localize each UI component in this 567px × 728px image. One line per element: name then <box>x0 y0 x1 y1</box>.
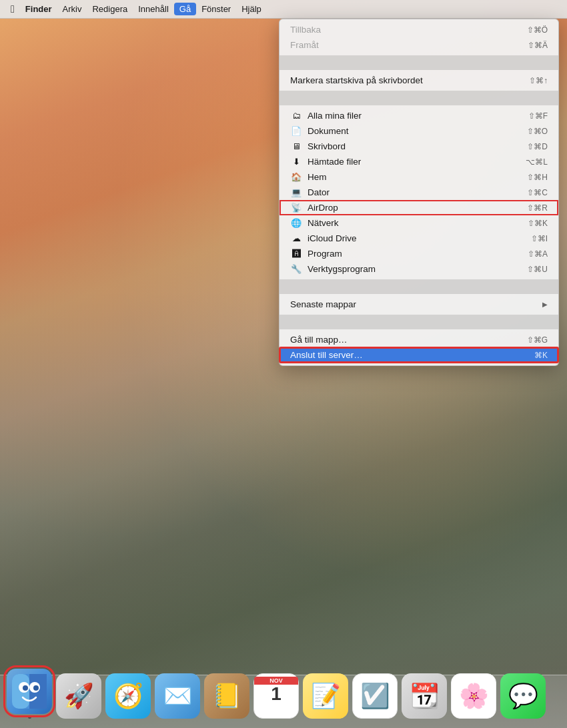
finder-dot <box>28 715 31 719</box>
contacts-icon-emoji: 📒 <box>212 682 242 710</box>
mail-dock-icon[interactable]: ✉️ <box>155 673 200 719</box>
menu-item-markera-shortcut: ⇧⌘↑ <box>529 76 548 85</box>
menu-item-natverk[interactable]: 🌐 Nätverk ⇧⌘K <box>279 215 558 231</box>
menu-item-framat[interactable]: Framåt ⇧⌘Ä <box>279 37 558 53</box>
svg-point-5 <box>23 685 28 691</box>
separator-4 <box>279 315 558 329</box>
mail-icon-emoji: ✉️ <box>163 682 193 710</box>
messages-dock-icon[interactable]: 💬 <box>500 673 546 719</box>
apple-menu[interactable]:  <box>5 2 20 17</box>
menu-item-verktygsprogram-label: 🔧 Verktygsprogram <box>290 264 527 274</box>
menu-item-senaste-label: Senaste mappar <box>290 299 542 309</box>
menu-item-dator[interactable]: 💻 Dator ⇧⌘C <box>279 185 558 200</box>
calendar-dock-icon[interactable]: NOV 1 <box>253 673 299 719</box>
anslut-shortcut: ⌘K <box>534 351 548 360</box>
separator-2 <box>279 91 558 105</box>
menu-item-airdrop-label: 📡 AirDrop <box>290 203 527 213</box>
launchpad-dock-icon[interactable]: 🚀 <box>56 673 101 719</box>
menu-item-ga-till[interactable]: Gå till mapp… ⇧⌘G <box>279 332 558 347</box>
menu-item-dator-label: 💻 Dator <box>290 187 527 197</box>
fonster-menu[interactable]: Fönster <box>196 3 236 15</box>
alla-filer-shortcut: ⇧⌘F <box>528 111 548 121</box>
menu-item-senaste[interactable]: Senaste mappar ▶ <box>279 297 558 312</box>
dock-item-photos[interactable]: 🌸 <box>451 673 496 719</box>
verktygsprogram-icon: 🔧 <box>290 264 302 274</box>
calendar3d-icon-emoji: 📆 <box>410 682 440 710</box>
menu-item-alla-filer-label: 🗂 Alla mina filer <box>290 111 528 121</box>
menu-item-tillbaka-shortcut: ⇧⌘Ö <box>527 25 548 35</box>
photos-dock-icon[interactable]: 🌸 <box>451 673 496 719</box>
menu-item-dokument-label: 📄 Dokument <box>290 126 527 136</box>
dock-item-safari[interactable]: 🧭 <box>105 673 151 719</box>
menu-item-skrivbord[interactable]: 🖥 Skrivbord ⇧⌘D <box>279 139 558 154</box>
ga-menu[interactable]: Gå <box>174 3 196 15</box>
safari-icon-emoji: 🧭 <box>113 682 143 710</box>
menu-item-markera[interactable]: Markera startskiva på skrivbordet ⇧⌘↑ <box>279 73 558 88</box>
finder-menu[interactable]: Finder <box>20 3 57 15</box>
senaste-arrow: ▶ <box>542 301 548 308</box>
dator-shortcut: ⇧⌘C <box>527 188 548 197</box>
dock-item-notes[interactable]: 📝 <box>303 673 348 719</box>
safari-dock-icon[interactable]: 🧭 <box>105 673 151 719</box>
menu-item-verktygsprogram[interactable]: 🔧 Verktygsprogram ⇧⌘U <box>279 261 558 277</box>
dock-item-calendar3d[interactable]: 📆 <box>402 673 447 719</box>
menu-item-markera-label: Markera startskiva på skrivbordet <box>290 75 529 85</box>
calendar-day: 1 <box>271 685 281 703</box>
calendar3d-dock-icon[interactable]: 📆 <box>402 673 447 719</box>
reminders-icon-emoji: ☑️ <box>360 682 390 710</box>
messages-icon-emoji: 💬 <box>508 682 538 710</box>
go-dropdown: Tillbaka ⇧⌘Ö Framåt ⇧⌘Ä Markera startski… <box>279 19 559 366</box>
skrivbord-icon: 🖥 <box>290 141 302 151</box>
redigera-menu[interactable]: Redigera <box>87 3 133 15</box>
menu-item-natverk-label: 🌐 Nätverk <box>290 218 528 228</box>
dock-item-launchpad[interactable]: 🚀 <box>56 673 101 719</box>
contacts-dock-icon[interactable]: 📒 <box>204 673 249 719</box>
separator-1 <box>279 55 558 70</box>
dokument-icon: 📄 <box>290 126 302 136</box>
dock-item-reminders[interactable]: ☑️ <box>352 673 398 719</box>
hamtade-shortcut: ⌥⌘L <box>526 157 548 167</box>
notes-dock-icon[interactable]: 📝 <box>303 673 348 719</box>
dock-item-calendar[interactable]: NOV 1 <box>253 673 299 719</box>
menu-item-dokument[interactable]: 📄 Dokument ⇧⌘O <box>279 123 558 139</box>
dock-item-messages[interactable]: 💬 <box>500 673 546 719</box>
dock-item-contacts[interactable]: 📒 <box>204 673 249 719</box>
verktygsprogram-shortcut: ⇧⌘U <box>527 265 548 274</box>
menu-item-anslut-label: Anslut till server… <box>290 350 534 360</box>
menu-item-program[interactable]: 🅰 Program ⇧⌘A <box>279 246 558 261</box>
arkiv-menu[interactable]: Arkiv <box>57 3 87 15</box>
icloud-icon: ☁ <box>290 233 302 243</box>
natverk-icon: 🌐 <box>290 218 302 228</box>
innehall-menu[interactable]: Innehåll <box>133 3 174 15</box>
menu-item-skrivbord-label: 🖥 Skrivbord <box>290 141 527 151</box>
dock: 🚀 🧭 ✉️ 📒 NOV 1 <box>0 668 567 728</box>
dock-item-finder[interactable] <box>7 669 52 719</box>
skrivbord-shortcut: ⇧⌘D <box>527 142 548 151</box>
menu-item-tillbaka-label: Tillbaka <box>290 25 527 35</box>
photos-icon-emoji: 🌸 <box>459 682 489 710</box>
menu-item-framat-shortcut: ⇧⌘Ä <box>528 41 548 50</box>
menu-item-tillbaka[interactable]: Tillbaka ⇧⌘Ö <box>279 22 558 37</box>
finder-dock-icon[interactable] <box>7 669 52 714</box>
reminders-dock-icon[interactable]: ☑️ <box>352 673 398 719</box>
menu-item-alla-filer[interactable]: 🗂 Alla mina filer ⇧⌘F <box>279 108 558 123</box>
program-icon: 🅰 <box>290 249 302 259</box>
menu-item-airdrop[interactable]: 📡 AirDrop ⇧⌘R <box>279 200 558 215</box>
notes-icon-emoji: 📝 <box>311 682 341 710</box>
svg-point-6 <box>33 685 39 691</box>
hamtade-icon: ⬇ <box>290 157 302 167</box>
menu-item-icloud-label: ☁ iCloud Drive <box>290 233 531 243</box>
alla-filer-icon: 🗂 <box>290 111 302 121</box>
program-shortcut: ⇧⌘A <box>528 249 548 259</box>
hjalp-menu[interactable]: Hjälp <box>236 3 267 15</box>
natverk-shortcut: ⇧⌘K <box>528 219 548 228</box>
launchpad-icon-emoji: 🚀 <box>64 682 94 710</box>
dock-item-mail[interactable]: ✉️ <box>155 673 200 719</box>
menu-item-hamtade-label: ⬇ Hämtade filer <box>290 157 526 167</box>
dokument-shortcut: ⇧⌘O <box>527 127 548 136</box>
menu-item-anslut[interactable]: Anslut till server… ⌘K <box>279 347 558 363</box>
hem-icon: 🏠 <box>290 172 302 182</box>
menu-item-hamtade[interactable]: ⬇ Hämtade filer ⌥⌘L <box>279 154 558 169</box>
menu-item-hem[interactable]: 🏠 Hem ⇧⌘H <box>279 169 558 185</box>
menu-item-icloud[interactable]: ☁ iCloud Drive ⇧⌘I <box>279 231 558 246</box>
